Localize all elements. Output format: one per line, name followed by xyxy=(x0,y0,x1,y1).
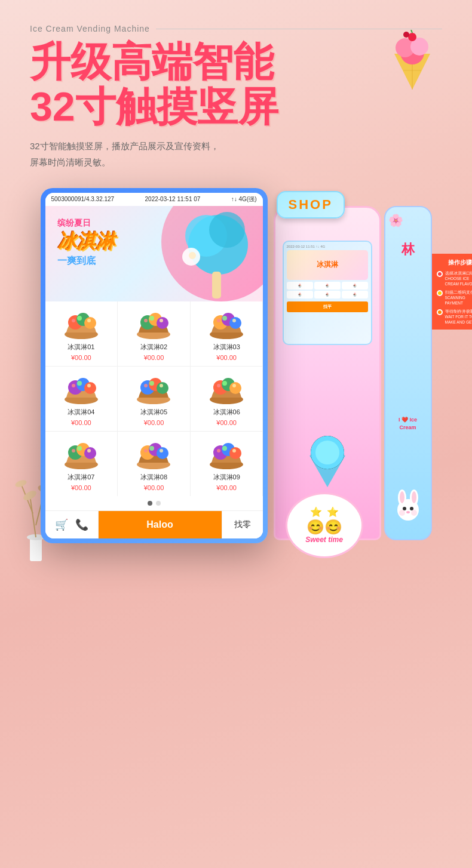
product-item-05[interactable]: 冰淇淋05¥00.00 xyxy=(118,367,190,431)
svg-point-97 xyxy=(406,511,410,513)
step-3: 等待制作并获取WAIT FOR IT TO MAKE AND GET xyxy=(437,309,473,325)
ice-cream-decoration xyxy=(388,30,436,90)
product-price-02: ¥00.00 xyxy=(144,354,164,361)
product-image-09 xyxy=(206,438,247,470)
toolbar-icons: 🛒 📞 xyxy=(45,511,99,538)
banner-line1: 缤纷夏日 xyxy=(57,218,115,229)
svg-rect-22 xyxy=(212,272,221,298)
svg-point-76 xyxy=(149,446,154,451)
product-price-08: ¥00.00 xyxy=(144,484,164,491)
step-2: 扫描二维码支付SCANNING PAYMENT xyxy=(437,290,473,306)
subtitle-text: Ice Cream Vending Machine xyxy=(30,24,150,33)
product-item-02[interactable]: 冰淇淋02¥00.00 xyxy=(118,301,190,366)
product-item-07[interactable]: 冰淇淋07¥00.00 xyxy=(45,432,118,496)
product-image-07 xyxy=(60,438,102,470)
svg-point-21 xyxy=(189,252,196,259)
devices-section: 5003000091/4.3.32.127 2022-03-12 11:51 0… xyxy=(0,182,472,615)
yoo-character: 😊😊 xyxy=(307,520,342,534)
svg-point-96 xyxy=(410,507,413,510)
product-name-08: 冰淇淋08 xyxy=(140,473,167,482)
pagination-dot-1[interactable] xyxy=(148,501,152,506)
pagination-dot-2[interactable] xyxy=(156,501,161,506)
svg-rect-9 xyxy=(30,537,42,561)
svg-point-7 xyxy=(403,32,409,38)
status-bar: 5003000091/4.3.32.127 2022-03-12 11:51 0… xyxy=(45,193,263,206)
svg-point-40 xyxy=(229,317,241,329)
bunny-sticker xyxy=(390,489,426,527)
desc-line1: 32寸智能触摸竖屏，播放产品展示及宣传资料， xyxy=(30,138,281,154)
svg-point-71 xyxy=(72,449,75,453)
machine-main-body: 2022-03-12 11:51 ↑↓ 4G 冰淇淋 🍨 🍨 🍨 🍨 🍨 🍨 xyxy=(274,206,381,540)
product-price-09: ¥00.00 xyxy=(216,484,237,491)
product-item-06[interactable]: 冰淇淋06¥00.00 xyxy=(191,367,263,431)
banner-line3: 一爽到底 xyxy=(57,255,115,267)
svg-point-56 xyxy=(160,384,163,387)
steps-title: 操作步骤 xyxy=(437,258,473,267)
subtitle-line: Ice Cream Vending Machine xyxy=(30,24,442,33)
svg-point-54 xyxy=(157,382,168,394)
product-name-04: 冰淇淋04 xyxy=(68,408,94,417)
svg-point-33 xyxy=(157,317,168,329)
svg-point-62 xyxy=(222,381,227,386)
product-price-04: ¥00.00 xyxy=(71,419,91,426)
change-button[interactable]: 找零 xyxy=(222,511,263,538)
svg-point-61 xyxy=(229,382,241,394)
svg-point-77 xyxy=(160,449,163,453)
product-price-05: ¥00.00 xyxy=(144,419,164,426)
main-title-line1: 升级高端智能 xyxy=(30,39,442,84)
device-id: 5003000091/4.3.32.127 xyxy=(51,196,115,202)
step-3-text: 等待制作并获取WAIT FOR IT TO MAKE AND GET xyxy=(445,309,473,325)
step-1: 选择冰淇淋口味CHOOSE ICE CREAM FLAVOR xyxy=(437,270,473,287)
machine-screen: 2022-03-12 11:51 ↑↓ 4G 冰淇淋 🍨 🍨 🍨 🍨 🍨 🍨 xyxy=(283,241,372,345)
svg-point-41 xyxy=(222,316,227,321)
svg-point-95 xyxy=(403,507,406,510)
hero-section: Ice Cream Vending Machine 升级高端智能 32寸触摸竖屏… xyxy=(0,0,472,182)
svg-point-85 xyxy=(217,449,220,453)
product-item-08[interactable]: 冰淇淋08¥00.00 xyxy=(118,432,190,496)
svg-point-36 xyxy=(144,319,148,322)
svg-point-42 xyxy=(232,319,236,322)
svg-point-68 xyxy=(84,447,96,459)
svg-point-99 xyxy=(411,510,417,516)
product-image-02 xyxy=(133,307,174,340)
product-price-03: ¥00.00 xyxy=(216,354,237,361)
sweet-time-stars: ⭐ ⭐ xyxy=(310,506,339,518)
svg-point-78 xyxy=(144,449,148,453)
product-name-09: 冰淇淋09 xyxy=(213,473,240,482)
svg-line-11 xyxy=(30,495,36,537)
cart-icon[interactable]: 🛒 xyxy=(55,518,68,531)
shop-sign: SHOP xyxy=(277,191,345,218)
svg-point-47 xyxy=(84,382,96,394)
product-price-06: ¥00.00 xyxy=(216,419,237,426)
product-item-04[interactable]: 冰淇淋04¥00.00 xyxy=(45,367,118,431)
product-image-08 xyxy=(133,438,174,470)
svg-point-64 xyxy=(217,384,220,387)
haloo-button[interactable]: Haloo xyxy=(99,511,222,538)
machine-right-strip: 林 🌸 I ❤️ IceCream xyxy=(384,206,432,540)
svg-point-83 xyxy=(222,446,227,451)
product-name-07: 冰淇淋07 xyxy=(68,473,94,482)
product-name-03: 冰淇淋03 xyxy=(213,343,240,352)
product-image-01 xyxy=(60,307,102,340)
product-name-06: 冰淇淋06 xyxy=(213,408,240,417)
svg-point-93 xyxy=(400,491,404,503)
svg-point-84 xyxy=(232,449,236,453)
svg-point-19 xyxy=(209,212,245,248)
svg-point-98 xyxy=(399,510,405,516)
datetime: 2022-03-12 11:51 07 xyxy=(145,196,201,202)
desc-line2: 屏幕时尚清晰灵敏。 xyxy=(30,154,281,170)
steps-panel: 操作步骤 选择冰淇淋口味CHOOSE ICE CREAM FLAVOR 扫描二维… xyxy=(432,254,473,330)
pagination xyxy=(45,496,263,510)
vending-machine: SHOP 2022-03-12 11:51 ↑↓ 4G 冰淇淋 🍨 🍨 xyxy=(274,206,432,540)
step-1-text: 选择冰淇淋口味CHOOSE ICE CREAM FLAVOR xyxy=(445,270,473,287)
product-name-01: 冰淇淋01 xyxy=(68,343,94,352)
sweet-time-sticker: ⭐ ⭐ 😊😊 Sweet time xyxy=(286,493,363,558)
svg-point-82 xyxy=(229,447,241,459)
product-item-03[interactable]: 冰淇淋03¥00.00 xyxy=(191,301,263,366)
app-banner: 缤纷夏日 冰淇淋 一爽到底 xyxy=(45,206,263,301)
step-2-text: 扫描二维码支付SCANNING PAYMENT xyxy=(445,290,473,306)
product-item-09[interactable]: 冰淇淋09¥00.00 xyxy=(191,432,263,496)
product-item-01[interactable]: 冰淇淋01¥00.00 xyxy=(45,301,118,366)
phone-icon[interactable]: 📞 xyxy=(75,518,88,531)
product-price-07: ¥00.00 xyxy=(71,484,91,491)
